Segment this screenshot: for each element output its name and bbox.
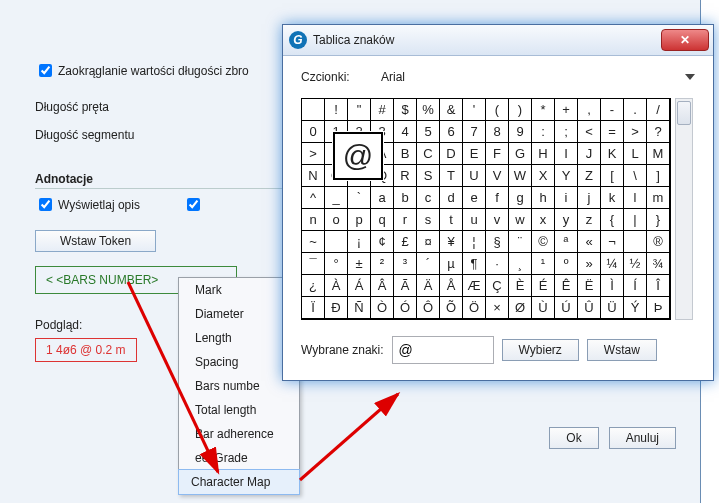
grid-scrollbar[interactable] <box>675 98 693 320</box>
char-cell[interactable]: ½ <box>623 252 647 275</box>
char-cell[interactable]: G <box>508 142 532 165</box>
ctx-steel-grade[interactable]: eel Grade <box>179 446 299 470</box>
ctx-character-map[interactable]: Character Map <box>178 469 300 495</box>
char-cell[interactable]: ' <box>462 98 486 121</box>
choose-button[interactable]: Wybierz <box>502 339 579 361</box>
char-cell[interactable]: : <box>531 120 555 143</box>
char-cell[interactable]: X <box>531 164 555 187</box>
char-cell[interactable]: Ü <box>600 296 624 319</box>
char-cell[interactable]: < <box>577 120 601 143</box>
ctx-length[interactable]: Length <box>179 326 299 350</box>
char-cell[interactable]: e <box>462 186 486 209</box>
char-cell[interactable]: g <box>508 186 532 209</box>
char-cell[interactable] <box>623 230 647 253</box>
char-cell[interactable]: j <box>577 186 601 209</box>
char-cell[interactable]: © <box>531 230 555 253</box>
char-cell[interactable]: R <box>393 164 417 187</box>
char-cell[interactable]: E <box>462 142 486 165</box>
char-cell[interactable]: a <box>370 186 394 209</box>
char-cell[interactable]: µ <box>439 252 463 275</box>
char-cell[interactable]: Á <box>347 274 371 297</box>
char-cell[interactable]: ; <box>554 120 578 143</box>
char-cell[interactable]: . <box>623 98 647 121</box>
char-cell[interactable]: B <box>393 142 417 165</box>
char-cell[interactable]: > <box>301 142 325 165</box>
char-cell[interactable]: ¿ <box>301 274 325 297</box>
char-cell[interactable]: T <box>439 164 463 187</box>
char-cell[interactable]: ¬ <box>600 230 624 253</box>
char-cell[interactable]: Ï <box>301 296 325 319</box>
char-cell[interactable]: Î <box>646 274 670 297</box>
char-cell[interactable]: s <box>416 208 440 231</box>
char-cell[interactable]: m <box>646 186 670 209</box>
char-cell[interactable]: $ <box>393 98 417 121</box>
char-cell[interactable]: _ <box>324 186 348 209</box>
char-cell[interactable]: / <box>646 98 670 121</box>
char-cell[interactable]: C <box>416 142 440 165</box>
char-cell[interactable]: § <box>485 230 509 253</box>
char-cell[interactable]: Ë <box>577 274 601 297</box>
char-cell[interactable]: Ñ <box>347 296 371 319</box>
char-cell[interactable]: t <box>439 208 463 231</box>
char-cell[interactable]: x <box>531 208 555 231</box>
char-cell[interactable]: Æ <box>462 274 486 297</box>
char-cell[interactable]: ° <box>324 252 348 275</box>
char-cell[interactable]: ¥ <box>439 230 463 253</box>
ok-button[interactable]: Ok <box>549 427 598 449</box>
char-cell[interactable]: { <box>600 208 624 231</box>
char-cell[interactable]: ¤ <box>416 230 440 253</box>
char-cell[interactable]: ^ <box>301 186 325 209</box>
char-cell[interactable]: 4 <box>393 120 417 143</box>
char-cell[interactable]: r <box>393 208 417 231</box>
char-cell[interactable]: h <box>531 186 555 209</box>
char-cell[interactable]: Ø <box>508 296 532 319</box>
chevron-down-icon[interactable] <box>685 74 695 80</box>
checkbox-round-values-box[interactable] <box>39 64 52 77</box>
ctx-bar-adherence[interactable]: Bar adherence <box>179 422 299 446</box>
char-cell[interactable]: ª <box>554 230 578 253</box>
char-cell[interactable]: ¨ <box>508 230 532 253</box>
char-cell[interactable]: É <box>531 274 555 297</box>
ctx-diameter[interactable]: Diameter <box>179 302 299 326</box>
char-cell[interactable]: Õ <box>439 296 463 319</box>
char-cell[interactable]: , <box>577 98 601 121</box>
char-cell[interactable]: V <box>485 164 509 187</box>
dialog-titlebar[interactable]: G Tablica znaków ✕ <box>283 25 713 56</box>
char-cell[interactable]: M <box>646 142 670 165</box>
char-cell[interactable]: Ã <box>393 274 417 297</box>
char-cell[interactable]: p <box>347 208 371 231</box>
char-cell[interactable]: H <box>531 142 555 165</box>
char-cell[interactable]: ® <box>646 230 670 253</box>
char-cell[interactable]: 0 <box>301 120 325 143</box>
char-cell[interactable]: ³ <box>393 252 417 275</box>
char-cell[interactable]: Ú <box>554 296 578 319</box>
char-cell[interactable]: £ <box>393 230 417 253</box>
char-cell[interactable]: ¼ <box>600 252 624 275</box>
checkbox-show-description[interactable]: Wyświetlaj opis <box>35 195 140 214</box>
char-cell[interactable]: F <box>485 142 509 165</box>
checkbox-secondary[interactable] <box>187 198 200 211</box>
char-cell[interactable]: 7 <box>462 120 486 143</box>
char-cell[interactable]: 6 <box>439 120 463 143</box>
char-cell[interactable]: Ò <box>370 296 394 319</box>
char-cell[interactable]: I <box>554 142 578 165</box>
char-cell[interactable]: S <box>416 164 440 187</box>
char-cell[interactable]: L <box>623 142 647 165</box>
char-cell[interactable]: w <box>508 208 532 231</box>
cancel-button[interactable]: Anuluj <box>609 427 676 449</box>
char-cell[interactable]: ¾ <box>646 252 670 275</box>
char-cell[interactable]: Ð <box>324 296 348 319</box>
char-cell[interactable]: ! <box>324 98 348 121</box>
char-cell[interactable]: ? <box>646 120 670 143</box>
char-cell[interactable]: » <box>577 252 601 275</box>
char-cell[interactable]: ` <box>347 186 371 209</box>
ctx-mark[interactable]: Mark <box>179 278 299 302</box>
char-cell[interactable]: 5 <box>416 120 440 143</box>
char-cell[interactable]: Ç <box>485 274 509 297</box>
char-cell[interactable]: Ô <box>416 296 440 319</box>
char-cell[interactable]: È <box>508 274 532 297</box>
char-cell[interactable]: À <box>324 274 348 297</box>
char-cell[interactable]: f <box>485 186 509 209</box>
char-cell[interactable]: > <box>623 120 647 143</box>
char-cell[interactable]: Å <box>439 274 463 297</box>
